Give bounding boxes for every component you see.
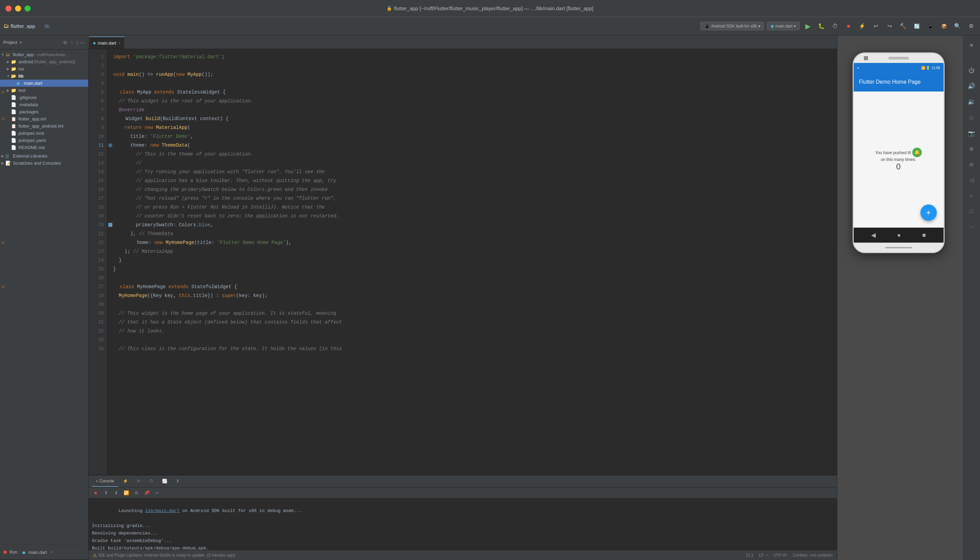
console-down-btn[interactable]: ⬇ xyxy=(112,488,120,497)
run-config-selector[interactable]: ◆ main.dart ▾ xyxy=(767,22,799,30)
run-label: Run: xyxy=(10,550,18,555)
expand-icon[interactable]: ⟩ xyxy=(76,40,78,45)
console-settings-btn[interactable]: ⚙ xyxy=(132,488,141,497)
emulator-home-btn[interactable]: ○ xyxy=(965,189,978,202)
maximize-window-btn[interactable] xyxy=(25,5,31,12)
tree-item-test[interactable]: ▶ 📁 test xyxy=(0,87,88,94)
sidebar-tree: ▼ 🗂 flutter_app ~/ruff/Flutter/flutter… … xyxy=(0,50,88,544)
console-clear-btn[interactable]: ■ xyxy=(91,488,100,497)
emulator-vol-down-btn[interactable]: 🔉 xyxy=(965,95,978,108)
console-up-btn[interactable]: ⬆ xyxy=(102,488,110,497)
console-tabs: ▪ Console ⚡ ↻ ⏱ 📈 ⬇ xyxy=(89,475,837,488)
flutter-hot-reload-button[interactable]: ⚡ xyxy=(857,21,868,32)
code-line-1: import 'package:flutter/material.dart'; xyxy=(113,52,837,61)
tab-main-dart[interactable]: ◆ main.dart × xyxy=(89,37,125,48)
tree-item-metadata[interactable]: 📄 .metadata xyxy=(0,101,88,108)
breadcrumb-separator: › xyxy=(39,24,40,28)
main-toolbar: 🗂 flutter_app › lib 📱 Android SDK built … xyxy=(0,17,980,35)
emulator-zoom-out-btn[interactable]: ⊖ xyxy=(965,158,978,171)
scratches-icon: 📝 xyxy=(5,161,12,166)
tab-run-lightning[interactable]: ⚡ xyxy=(119,476,132,487)
emulator-zoom-in-btn[interactable]: ⊕ xyxy=(965,142,978,155)
run-button[interactable]: ▶ xyxy=(802,21,813,32)
code-line-19: // counter didn't reset back to zero; th… xyxy=(113,212,837,220)
debug-button[interactable]: 🐛 xyxy=(816,21,827,32)
run-close-btn[interactable]: × xyxy=(50,550,53,555)
console-link-lib[interactable]: lib/main.dart xyxy=(145,508,179,513)
tree-item-app-iml[interactable]: 📋 flutter_app.iml xyxy=(0,115,88,122)
status-line-ending[interactable]: LF: ÷ xyxy=(759,553,768,558)
nav-home-btn[interactable]: ● xyxy=(897,232,901,239)
tab-download[interactable]: ⬇ xyxy=(172,476,184,487)
folder-icon: 🗂 xyxy=(5,52,12,57)
code-content[interactable]: import 'package:flutter/material.dart'; … xyxy=(106,49,837,475)
console-line-5: Built build/outputs/apk/debug/app-debug.… xyxy=(92,545,834,550)
emulator-close-btn[interactable]: ✕ xyxy=(965,39,978,52)
tree-item-external-libs[interactable]: ▶ ||| External Libraries xyxy=(0,152,88,160)
emulator-rotate-btn[interactable]: ◇ xyxy=(965,111,978,124)
build-button[interactable]: 🔨 xyxy=(898,21,908,32)
tree-item-scratches[interactable]: ▶ 📝 Scratches and Consoles xyxy=(0,160,88,167)
status-encoding[interactable]: UTF-8÷ xyxy=(774,553,788,558)
redo-button[interactable]: ↪ xyxy=(884,21,895,32)
breadcrumb-lib[interactable]: lib xyxy=(45,23,49,29)
emulator-toolbar: ✕ ⏻ 🔊 🔉 ◇ 📷 ⊕ ⊖ ◁ ○ □ ··· xyxy=(962,35,980,560)
sync-button[interactable]: 🔄 xyxy=(911,21,922,32)
run-with-coverage-button[interactable]: ⏱ xyxy=(829,21,840,32)
phone-top-bar xyxy=(854,53,943,63)
console-filter-btn[interactable]: 🔁 xyxy=(122,488,131,497)
tab-timer[interactable]: ⏱ xyxy=(145,476,157,487)
tree-item-ios[interactable]: ▶ 📁 ios xyxy=(0,65,88,72)
gear-icon[interactable]: ⋮ xyxy=(69,40,74,45)
emulator-vol-up-btn[interactable]: 🔊 xyxy=(965,80,978,93)
emulator-panel: ● 📶 🔋 11:08 Flutter Demo Home Page You h… xyxy=(837,35,980,560)
phone-fab[interactable]: + xyxy=(920,205,937,221)
tree-item-android-iml[interactable]: 📋 flutter_app_android.iml xyxy=(0,122,88,130)
close-window-btn[interactable] xyxy=(5,5,12,12)
tab-chart[interactable]: 📈 xyxy=(158,476,171,487)
tree-item-lib[interactable]: ▼ 📂 lib xyxy=(0,72,88,80)
nav-recent-btn[interactable]: ■ xyxy=(922,232,926,239)
undo-button[interactable]: ↩ xyxy=(870,21,881,32)
warning-icon: ⚠ xyxy=(93,553,97,558)
phone-content: You have pushed th 🔔 on this many times:… xyxy=(854,92,943,228)
tree-item-main-dart[interactable]: ◆ main.dart xyxy=(0,80,88,87)
console-restore-btn[interactable]: ↩ xyxy=(152,488,161,497)
tree-item-gitignore[interactable]: 📄 .gitignore xyxy=(0,94,88,101)
sync-icon[interactable]: ⚙ xyxy=(63,40,67,45)
tree-item-packages[interactable]: 📄 .packages xyxy=(0,108,88,115)
phone-nav-bar: ◀ ● ■ xyxy=(854,228,943,243)
tree-item-project[interactable]: ▼ 🗂 flutter_app ~/ruff/Flutter/flutter… xyxy=(0,51,88,58)
expand-arrow: ▼ xyxy=(0,53,5,57)
emulator-screenshot-btn[interactable]: 📷 xyxy=(965,127,978,140)
nav-back-btn[interactable]: ◀ xyxy=(871,232,876,239)
sidebar-header-icons: ⚙ ⋮ ⟩ — xyxy=(63,40,85,45)
tab-console[interactable]: ▪ Console xyxy=(92,476,118,487)
status-bar: ⚠ IDE and Plugin Updates: Android Studio… xyxy=(89,550,837,560)
tab-restart[interactable]: ↻ xyxy=(133,476,144,487)
close-sidebar-icon[interactable]: — xyxy=(80,40,85,45)
sidebar-dropdown-icon[interactable]: ▾ xyxy=(20,40,22,45)
tree-item-android[interactable]: ▶ 📁 android [flutter_app_android] xyxy=(0,58,88,65)
tree-item-readme[interactable]: 📄 README.md xyxy=(0,144,88,151)
console-pin-btn[interactable]: 📌 xyxy=(142,488,151,497)
emulator-overview-btn[interactable]: □ xyxy=(965,205,978,218)
tree-item-pubspec-lock[interactable]: 📄 pubspec.lock xyxy=(0,130,88,137)
window-controls xyxy=(5,5,31,12)
stop-button[interactable]: ■ xyxy=(843,21,854,32)
emulator-more-btn[interactable]: ··· xyxy=(965,220,978,233)
emulator-power-btn[interactable]: ⏻ xyxy=(965,64,978,77)
minimize-window-btn[interactable] xyxy=(15,5,21,12)
phone-push-icon: 🔔 xyxy=(912,148,922,157)
status-position[interactable]: 11:1 xyxy=(745,553,753,558)
emulator-back-btn[interactable]: ◁ xyxy=(965,173,978,187)
tab-close-btn[interactable]: × xyxy=(118,41,120,45)
sidebar-header: Project ▾ ⚙ ⋮ ⟩ — xyxy=(0,35,88,50)
settings-button[interactable]: ⚙ xyxy=(966,21,977,32)
avd-manager-button[interactable]: 📱 xyxy=(925,21,936,32)
code-line-21: ), // ThemeData xyxy=(113,229,837,238)
search-everywhere-button[interactable]: 🔍 xyxy=(952,21,963,32)
tree-item-pubspec-yaml[interactable]: 📄 pubspec.yaml xyxy=(0,137,88,144)
sdk-selector[interactable]: 📱 Android SDK built for x86 ▾ xyxy=(701,22,764,30)
sdk-manager-button[interactable]: 📦 xyxy=(938,21,949,32)
